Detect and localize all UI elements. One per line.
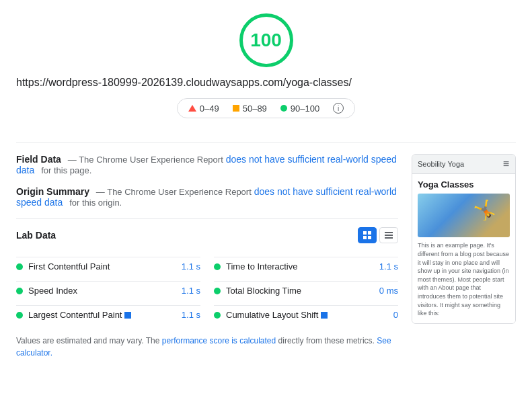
svg-rect-2 [363,236,367,239]
browser-content: Yoga Classes 🤸 This is an example page. … [412,174,515,323]
view-toggle [358,227,398,243]
footer-text-1: Values are estimated and may vary. The [16,336,159,345]
metric-tti: Time to Interactive 1.1 s [214,257,398,276]
legend-range2: 50–89 [243,104,267,114]
metric-name-tbt: Total Blocking Time [226,286,301,296]
lab-data-header: Lab Data [16,218,398,249]
metric-name-si: Speed Index [28,286,77,296]
metric-value-tbt: 0 ms [379,286,398,296]
legend-range3: 90–100 [291,104,319,114]
metric-name-tti: Time to Interactive [226,261,297,272]
orange-icon [233,105,239,112]
metric-name-fcp: First Contentful Paint [28,261,110,272]
metric-dot-si [16,288,23,294]
cls-info-icon[interactable] [321,312,328,319]
legend-item-green: 90–100 [280,104,319,114]
metric-value-fcp: 1.1 s [182,261,200,272]
metric-tbt: Total Blocking Time 0 ms [214,281,398,300]
metrics-grid: First Contentful Paint 1.1 s Time to Int… [16,257,398,324]
origin-summary-suffix: for this origin. [69,198,122,208]
right-panel: Seobility Yoga ≡ Yoga Classes 🤸 This is … [412,154,516,359]
browser-site-name: Seobility Yoga [418,160,464,168]
metric-value-lcp: 1.1 s [182,310,200,320]
field-data-text: — The Chrome User Experience Report [68,155,223,165]
legend-info-icon[interactable]: i [333,103,344,114]
legend-range1: 0–49 [200,104,219,114]
field-data-section: Field Data — The Chrome User Experience … [16,154,398,175]
origin-summary-text: — The Chrome User Experience Report [96,187,252,197]
field-data-title: Field Data [16,154,61,165]
divider [16,142,516,143]
score-circle: 100 [239,13,293,67]
page-url: https://wordpress-180999-2026139.cloudwa… [16,75,352,90]
footer-text-2: directly from these metrics. [278,336,375,345]
metric-value-si: 1.1 s [182,286,200,296]
lab-data-title: Lab Data [16,230,56,241]
svg-rect-3 [368,236,371,239]
grid-icon [363,231,372,240]
svg-rect-5 [385,235,393,236]
origin-summary-section: Origin Summary — The Chrome User Experie… [16,186,398,208]
list-icon [384,231,393,240]
metric-name-lcp: Largest Contentful Paint [28,310,131,320]
score-section: 100 https://wordpress-180999-2026139.clo… [16,13,516,132]
browser-menu-icon[interactable]: ≡ [503,159,510,169]
metric-dot-tti [214,263,221,270]
left-panel: Field Data — The Chrome User Experience … [16,154,398,359]
red-icon [188,105,196,112]
legend-item-orange: 50–89 [233,104,267,114]
metric-dot-cls [214,312,221,319]
metric-si: Speed Index 1.1 s [16,281,200,300]
metric-name-cls: Cumulative Layout Shift [226,310,328,320]
performance-score-link[interactable]: performance score is calculated [162,336,276,345]
metric-value-tti: 1.1 s [379,261,398,272]
svg-rect-4 [385,232,393,233]
origin-summary-title: Origin Summary [16,186,89,197]
score-value: 100 [250,30,282,51]
metric-lcp: Largest Contentful Paint 1.1 s [16,305,200,324]
green-icon [280,105,287,112]
list-view-button[interactable] [379,227,398,243]
metric-dot-tbt [214,288,221,294]
lcp-info-icon[interactable] [124,312,131,319]
footer-text: Values are estimated and may vary. The p… [16,335,398,359]
preview-description: This is an example page. It's different … [418,241,510,317]
svg-rect-6 [385,237,393,239]
browser-toolbar: Seobility Yoga ≡ [412,155,515,174]
svg-rect-0 [363,231,367,235]
metric-dot-fcp [16,263,23,270]
score-legend: 0–49 50–89 90–100 i [177,98,355,118]
metric-value-cls: 0 [393,310,398,320]
metric-dot-lcp [16,312,23,319]
grid-view-button[interactable] [358,227,377,243]
preview-image: 🤸 [418,194,510,237]
main-content: Field Data — The Chrome User Experience … [16,154,516,359]
svg-rect-1 [368,231,371,235]
metric-fcp: First Contentful Paint 1.1 s [16,257,200,276]
legend-item-red: 0–49 [188,104,219,114]
yoga-figure-icon: 🤸 [473,199,496,221]
preview-page-title: Yoga Classes [418,179,510,190]
browser-frame: Seobility Yoga ≡ Yoga Classes 🤸 This is … [412,154,516,323]
metric-cls: Cumulative Layout Shift 0 [214,305,398,324]
field-data-suffix: for this page. [41,165,91,175]
